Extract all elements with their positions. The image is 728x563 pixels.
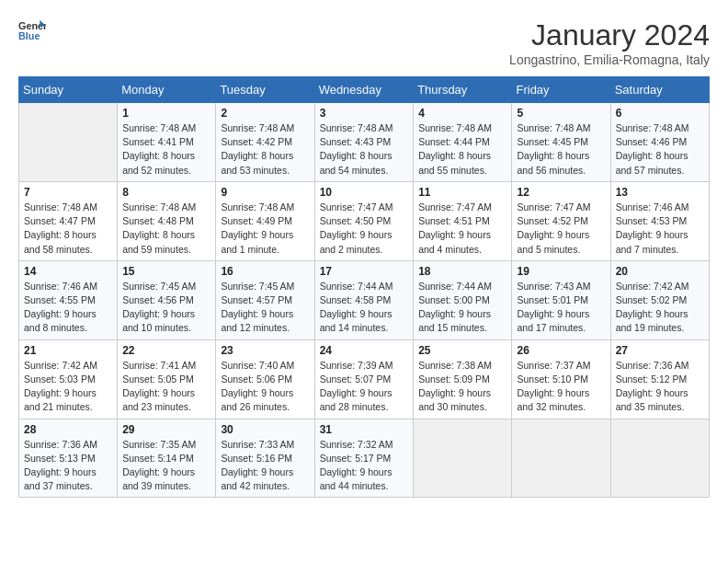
- day-info: Sunrise: 7:48 AMSunset: 4:49 PMDaylight:…: [221, 201, 309, 257]
- day-info: Sunrise: 7:48 AMSunset: 4:42 PMDaylight:…: [221, 121, 309, 178]
- page-header: General Blue January 2024 Longastrino, E…: [18, 18, 710, 67]
- day-number: 24: [320, 344, 409, 357]
- calendar-cell: 4Sunrise: 7:48 AMSunset: 4:44 PMDaylight…: [414, 103, 512, 182]
- calendar-cell: 26Sunrise: 7:37 AMSunset: 5:10 PMDayligh…: [512, 339, 610, 419]
- day-number: 1: [122, 107, 210, 120]
- day-number: 19: [517, 265, 605, 278]
- day-header-monday: Monday: [118, 77, 216, 103]
- day-info: Sunrise: 7:48 AMSunset: 4:48 PMDaylight:…: [122, 201, 210, 257]
- day-number: 14: [24, 265, 112, 278]
- day-info: Sunrise: 7:45 AMSunset: 4:57 PMDaylight:…: [221, 280, 309, 336]
- month-title: January 2024: [509, 18, 710, 52]
- calendar-cell: 5Sunrise: 7:48 AMSunset: 4:45 PMDaylight…: [512, 103, 610, 182]
- day-header-thursday: Thursday: [414, 77, 512, 103]
- logo-icon: General Blue: [18, 18, 46, 46]
- day-info: Sunrise: 7:47 AMSunset: 4:52 PMDaylight:…: [517, 201, 605, 257]
- day-number: 3: [320, 107, 409, 120]
- day-info: Sunrise: 7:45 AMSunset: 4:56 PMDaylight:…: [122, 280, 210, 336]
- calendar-cell: 13Sunrise: 7:46 AMSunset: 4:53 PMDayligh…: [610, 181, 709, 260]
- day-info: Sunrise: 7:33 AMSunset: 5:16 PMDaylight:…: [221, 438, 309, 494]
- calendar-cell: 19Sunrise: 7:43 AMSunset: 5:01 PMDayligh…: [512, 260, 610, 339]
- calendar-cell: 9Sunrise: 7:48 AMSunset: 4:49 PMDaylight…: [216, 181, 314, 260]
- logo: General Blue: [18, 18, 46, 46]
- location-subtitle: Longastrino, Emilia-Romagna, Italy: [509, 52, 710, 67]
- calendar-cell: 14Sunrise: 7:46 AMSunset: 4:55 PMDayligh…: [19, 260, 118, 339]
- calendar-cell: [414, 419, 512, 498]
- calendar-cell: 28Sunrise: 7:36 AMSunset: 5:13 PMDayligh…: [19, 419, 118, 498]
- day-number: 12: [517, 186, 605, 199]
- day-info: Sunrise: 7:37 AMSunset: 5:10 PMDaylight:…: [517, 359, 605, 415]
- day-number: 15: [122, 265, 210, 278]
- day-info: Sunrise: 7:48 AMSunset: 4:45 PMDaylight:…: [517, 121, 605, 178]
- day-info: Sunrise: 7:47 AMSunset: 4:51 PMDaylight:…: [418, 201, 506, 257]
- day-number: 30: [221, 423, 309, 436]
- day-number: 27: [616, 344, 704, 357]
- calendar-cell: 17Sunrise: 7:44 AMSunset: 4:58 PMDayligh…: [314, 260, 414, 339]
- day-number: 25: [418, 344, 506, 357]
- calendar-cell: 10Sunrise: 7:47 AMSunset: 4:50 PMDayligh…: [314, 181, 414, 260]
- day-info: Sunrise: 7:46 AMSunset: 4:53 PMDaylight:…: [616, 201, 704, 257]
- calendar-cell: 3Sunrise: 7:48 AMSunset: 4:43 PMDaylight…: [314, 103, 414, 182]
- day-info: Sunrise: 7:44 AMSunset: 5:00 PMDaylight:…: [418, 280, 506, 336]
- calendar-week-4: 21Sunrise: 7:42 AMSunset: 5:03 PMDayligh…: [19, 339, 710, 419]
- day-info: Sunrise: 7:48 AMSunset: 4:41 PMDaylight:…: [122, 121, 210, 178]
- day-info: Sunrise: 7:48 AMSunset: 4:44 PMDaylight:…: [418, 121, 506, 178]
- calendar-cell: [610, 419, 709, 498]
- day-info: Sunrise: 7:36 AMSunset: 5:12 PMDaylight:…: [616, 359, 704, 415]
- calendar-cell: 21Sunrise: 7:42 AMSunset: 5:03 PMDayligh…: [19, 339, 118, 419]
- calendar-cell: 18Sunrise: 7:44 AMSunset: 5:00 PMDayligh…: [414, 260, 512, 339]
- calendar-cell: 24Sunrise: 7:39 AMSunset: 5:07 PMDayligh…: [314, 339, 414, 419]
- day-info: Sunrise: 7:44 AMSunset: 4:58 PMDaylight:…: [320, 280, 409, 336]
- calendar-cell: 6Sunrise: 7:48 AMSunset: 4:46 PMDaylight…: [610, 103, 709, 182]
- calendar-cell: 20Sunrise: 7:42 AMSunset: 5:02 PMDayligh…: [610, 260, 709, 339]
- day-info: Sunrise: 7:40 AMSunset: 5:06 PMDaylight:…: [221, 359, 309, 415]
- day-info: Sunrise: 7:36 AMSunset: 5:13 PMDaylight:…: [24, 438, 112, 494]
- day-header-tuesday: Tuesday: [216, 77, 314, 103]
- day-header-sunday: Sunday: [19, 77, 118, 103]
- day-number: 16: [221, 265, 309, 278]
- day-number: 22: [122, 344, 210, 357]
- day-number: 23: [221, 344, 309, 357]
- day-number: 26: [517, 344, 605, 357]
- calendar-cell: 12Sunrise: 7:47 AMSunset: 4:52 PMDayligh…: [512, 181, 610, 260]
- day-info: Sunrise: 7:41 AMSunset: 5:05 PMDaylight:…: [122, 359, 210, 415]
- calendar-cell: [19, 103, 118, 182]
- day-number: 8: [122, 186, 210, 199]
- day-info: Sunrise: 7:42 AMSunset: 5:02 PMDaylight:…: [616, 280, 704, 336]
- calendar-week-2: 7Sunrise: 7:48 AMSunset: 4:47 PMDaylight…: [19, 181, 710, 260]
- calendar-cell: 22Sunrise: 7:41 AMSunset: 5:05 PMDayligh…: [118, 339, 216, 419]
- day-info: Sunrise: 7:48 AMSunset: 4:46 PMDaylight:…: [616, 121, 704, 178]
- calendar-cell: 11Sunrise: 7:47 AMSunset: 4:51 PMDayligh…: [414, 181, 512, 260]
- day-number: 18: [418, 265, 506, 278]
- calendar-cell: 29Sunrise: 7:35 AMSunset: 5:14 PMDayligh…: [118, 419, 216, 498]
- calendar-cell: 27Sunrise: 7:36 AMSunset: 5:12 PMDayligh…: [610, 339, 709, 419]
- day-info: Sunrise: 7:48 AMSunset: 4:43 PMDaylight:…: [320, 121, 409, 178]
- day-header-friday: Friday: [512, 77, 610, 103]
- day-number: 21: [24, 344, 112, 357]
- calendar-cell: 7Sunrise: 7:48 AMSunset: 4:47 PMDaylight…: [19, 181, 118, 260]
- day-info: Sunrise: 7:42 AMSunset: 5:03 PMDaylight:…: [24, 359, 112, 415]
- day-number: 7: [24, 186, 112, 199]
- day-number: 9: [221, 186, 309, 199]
- day-info: Sunrise: 7:46 AMSunset: 4:55 PMDaylight:…: [24, 280, 112, 336]
- day-info: Sunrise: 7:47 AMSunset: 4:50 PMDaylight:…: [320, 201, 409, 257]
- calendar-cell: 25Sunrise: 7:38 AMSunset: 5:09 PMDayligh…: [414, 339, 512, 419]
- calendar-week-1: 1Sunrise: 7:48 AMSunset: 4:41 PMDaylight…: [19, 103, 710, 182]
- day-info: Sunrise: 7:39 AMSunset: 5:07 PMDaylight:…: [320, 359, 409, 415]
- day-number: 28: [24, 423, 112, 436]
- calendar-cell: [512, 419, 610, 498]
- day-info: Sunrise: 7:43 AMSunset: 5:01 PMDaylight:…: [517, 280, 605, 336]
- calendar-cell: 31Sunrise: 7:32 AMSunset: 5:17 PMDayligh…: [314, 419, 414, 498]
- day-info: Sunrise: 7:35 AMSunset: 5:14 PMDaylight:…: [122, 438, 210, 494]
- calendar-body: 1Sunrise: 7:48 AMSunset: 4:41 PMDaylight…: [19, 103, 710, 498]
- day-number: 17: [320, 265, 409, 278]
- calendar-table: SundayMondayTuesdayWednesdayThursdayFrid…: [18, 76, 710, 498]
- day-number: 11: [418, 186, 506, 199]
- day-number: 10: [320, 186, 409, 199]
- day-info: Sunrise: 7:32 AMSunset: 5:17 PMDaylight:…: [320, 438, 409, 494]
- svg-text:Blue: Blue: [18, 30, 40, 41]
- calendar-week-5: 28Sunrise: 7:36 AMSunset: 5:13 PMDayligh…: [19, 419, 710, 498]
- calendar-cell: 23Sunrise: 7:40 AMSunset: 5:06 PMDayligh…: [216, 339, 314, 419]
- day-number: 29: [122, 423, 210, 436]
- calendar-cell: 1Sunrise: 7:48 AMSunset: 4:41 PMDaylight…: [118, 103, 216, 182]
